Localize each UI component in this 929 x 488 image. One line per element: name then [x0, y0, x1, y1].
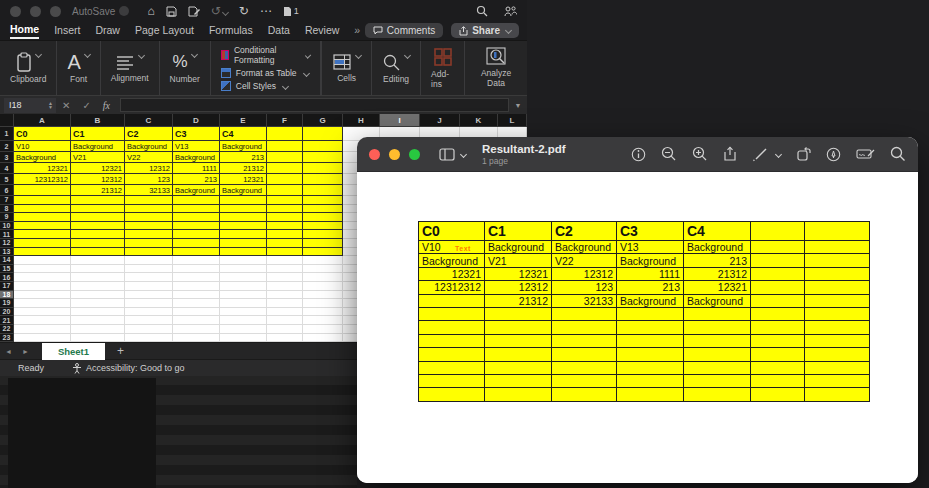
- row-header-22[interactable]: 22: [0, 325, 14, 334]
- save-as-icon[interactable]: [188, 6, 200, 17]
- excel-cell-D11[interactable]: [173, 230, 220, 239]
- excel-cell-D1[interactable]: C3: [173, 127, 220, 141]
- excel-cell-G15[interactable]: [303, 265, 343, 274]
- select-all-corner[interactable]: [0, 114, 14, 127]
- excel-cell-D6[interactable]: Background: [173, 185, 220, 196]
- excel-cell-F19[interactable]: [267, 299, 303, 308]
- row-header-15[interactable]: 15: [0, 265, 14, 274]
- column-header-I[interactable]: I: [380, 114, 420, 127]
- minimize-button[interactable]: [389, 149, 400, 160]
- sheet-tab-sheet1[interactable]: Sheet1: [42, 343, 105, 360]
- column-header-K[interactable]: K: [460, 114, 498, 127]
- excel-cell-A15[interactable]: [14, 265, 71, 274]
- accessibility-status[interactable]: Accessibility: Good to go: [86, 363, 185, 373]
- excel-cell-A6[interactable]: [14, 185, 71, 196]
- tab-home[interactable]: Home: [10, 23, 39, 39]
- save-icon[interactable]: [166, 6, 177, 17]
- excel-cell-B21[interactable]: [71, 316, 125, 325]
- excel-cell-E6[interactable]: Background: [220, 185, 267, 196]
- excel-cell-B7[interactable]: [71, 196, 125, 205]
- excel-cell-B9[interactable]: [71, 213, 125, 222]
- excel-cell-F22[interactable]: [267, 325, 303, 334]
- excel-cell-G9[interactable]: [303, 213, 343, 222]
- excel-cell-E14[interactable]: [220, 256, 267, 265]
- row-header-5[interactable]: 5: [0, 174, 14, 185]
- minimize-button[interactable]: [30, 6, 41, 17]
- excel-cell-C11[interactable]: [125, 230, 173, 239]
- excel-cell-B19[interactable]: [71, 299, 125, 308]
- autosave-toggle[interactable]: [119, 6, 129, 16]
- excel-cell-F6[interactable]: [267, 185, 303, 196]
- excel-cell-G23[interactable]: [303, 334, 343, 343]
- analyze-data-group[interactable]: Analyze Data: [465, 41, 527, 95]
- row-header-23[interactable]: 23: [0, 334, 14, 343]
- excel-cell-F23[interactable]: [267, 334, 303, 343]
- row-header-10[interactable]: 10: [0, 222, 14, 231]
- row-header-21[interactable]: 21: [0, 316, 14, 325]
- excel-cell-G16[interactable]: [303, 273, 343, 282]
- conditional-formatting-button[interactable]: Conditional Formatting: [221, 45, 310, 65]
- excel-cell-F18[interactable]: [267, 291, 303, 300]
- name-box[interactable]: I18 ▲▼: [4, 98, 56, 113]
- excel-cell-B12[interactable]: [71, 239, 125, 248]
- excel-cell-F2[interactable]: [267, 141, 303, 152]
- excel-cell-A23[interactable]: [14, 334, 71, 343]
- redo-icon[interactable]: ↻: [239, 4, 249, 18]
- excel-cell-F20[interactable]: [267, 308, 303, 317]
- excel-cell-E22[interactable]: [220, 325, 267, 334]
- excel-cell-G13[interactable]: [303, 248, 343, 257]
- excel-cell-A10[interactable]: [14, 222, 71, 231]
- excel-cell-D2[interactable]: V13: [173, 141, 220, 152]
- excel-cell-A14[interactable]: [14, 256, 71, 265]
- excel-cell-B1[interactable]: C1: [71, 127, 125, 141]
- excel-cell-G8[interactable]: [303, 205, 343, 214]
- excel-cell-C1[interactable]: C2: [125, 127, 173, 141]
- cancel-icon[interactable]: ✕: [62, 100, 70, 111]
- excel-cell-D7[interactable]: [173, 196, 220, 205]
- excel-cell-B5[interactable]: 12312: [71, 174, 125, 185]
- excel-cell-D13[interactable]: [173, 248, 220, 257]
- excel-cell-A11[interactable]: [14, 230, 71, 239]
- excel-cell-E21[interactable]: [220, 316, 267, 325]
- excel-cell-D20[interactable]: [173, 308, 220, 317]
- column-header-J[interactable]: J: [420, 114, 460, 127]
- column-header-H[interactable]: H: [343, 114, 380, 127]
- excel-cell-E20[interactable]: [220, 308, 267, 317]
- undo-icon[interactable]: ↺: [211, 4, 228, 18]
- row-header-8[interactable]: 8: [0, 205, 14, 214]
- row-header-16[interactable]: 16: [0, 273, 14, 282]
- excel-cell-B20[interactable]: [71, 308, 125, 317]
- excel-cell-D5[interactable]: 213: [173, 174, 220, 185]
- excel-cell-G3[interactable]: [303, 152, 343, 163]
- excel-cell-F15[interactable]: [267, 265, 303, 274]
- excel-cell-E8[interactable]: [220, 205, 267, 214]
- excel-cell-A18[interactable]: [14, 291, 71, 300]
- excel-cell-F14[interactable]: [267, 256, 303, 265]
- excel-cell-D4[interactable]: 1111: [173, 163, 220, 174]
- fx-icon[interactable]: fx: [103, 100, 110, 111]
- excel-cell-C4[interactable]: 12312: [125, 163, 173, 174]
- excel-cell-C9[interactable]: [125, 213, 173, 222]
- excel-cell-F8[interactable]: [267, 205, 303, 214]
- column-header-A[interactable]: A: [14, 114, 71, 127]
- excel-cell-D8[interactable]: [173, 205, 220, 214]
- excel-cell-A9[interactable]: [14, 213, 71, 222]
- excel-cell-D10[interactable]: [173, 222, 220, 231]
- excel-cell-C17[interactable]: [125, 282, 173, 291]
- zoom-in-icon[interactable]: [692, 146, 708, 162]
- zoom-out-icon[interactable]: [661, 146, 677, 162]
- excel-cell-C20[interactable]: [125, 308, 173, 317]
- markup-pencil-icon[interactable]: [752, 147, 769, 162]
- excel-cell-E17[interactable]: [220, 282, 267, 291]
- excel-cell-E15[interactable]: [220, 265, 267, 274]
- excel-cell-F5[interactable]: [267, 174, 303, 185]
- excel-cell-G14[interactable]: [303, 256, 343, 265]
- editing-group[interactable]: Editing: [372, 41, 421, 95]
- excel-cell-C5[interactable]: 123: [125, 174, 173, 185]
- excel-cell-G19[interactable]: [303, 299, 343, 308]
- excel-cell-C13[interactable]: [125, 248, 173, 257]
- excel-cell-F7[interactable]: [267, 196, 303, 205]
- excel-cell-C18[interactable]: [125, 291, 173, 300]
- excel-cell-E23[interactable]: [220, 334, 267, 343]
- font-group[interactable]: A Font: [57, 41, 100, 95]
